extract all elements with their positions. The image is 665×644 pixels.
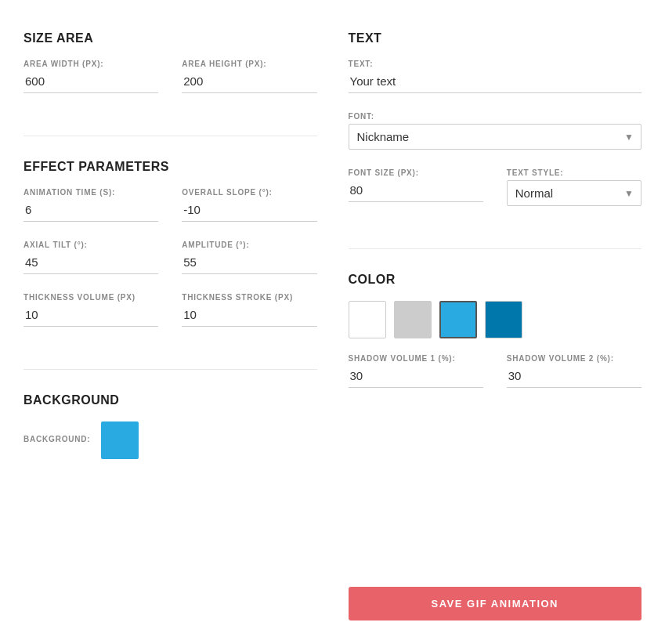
font-label: FONT: <box>349 112 642 121</box>
area-height-input[interactable] <box>182 71 316 93</box>
font-select[interactable]: NicknameArialVerdanaGeorgiaTimes New Rom… <box>349 124 642 150</box>
color-swatch-2[interactable] <box>439 301 477 338</box>
text-title: TEXT <box>349 31 642 45</box>
shadow-volume1-label: SHADOW VOLUME 1 (%): <box>349 354 483 363</box>
background-title: BACKGROUND <box>23 393 317 407</box>
shadow-volume1-input[interactable] <box>349 366 483 388</box>
area-width-label: AREA WIDTH (PX): <box>23 60 158 68</box>
animation-time-input[interactable] <box>23 200 158 222</box>
font-size-label: FONT SIZE (PX): <box>349 168 483 177</box>
axial-tilt-input[interactable] <box>23 252 158 274</box>
overall-slope-input[interactable] <box>182 200 316 222</box>
thickness-volume-input[interactable] <box>23 305 158 327</box>
size-area-title: SIZE AREA <box>23 31 317 45</box>
area-width-input[interactable] <box>23 71 158 93</box>
area-height-label: AREA HEIGHT (PX): <box>182 60 316 68</box>
background-label: BACKGROUND: <box>23 435 90 443</box>
color-swatch-3[interactable] <box>485 301 522 338</box>
effect-parameters-title: EFFECT PARAMETERS <box>23 160 317 174</box>
color-swatch-0[interactable] <box>349 301 386 338</box>
animation-time-label: ANIMATION TIME (S): <box>23 188 158 197</box>
shadow-volume2-input[interactable] <box>507 366 642 388</box>
color-title: COLOR <box>349 273 642 287</box>
thickness-stroke-label: THICKNESS STROKE (PX) <box>182 293 316 302</box>
save-gif-button[interactable]: SAVE GIF ANIMATION <box>349 587 642 620</box>
text-label: TEXT: <box>349 60 642 68</box>
color-swatch-1[interactable] <box>394 301 432 338</box>
thickness-stroke-input[interactable] <box>182 305 316 327</box>
background-color-swatch[interactable] <box>101 421 139 459</box>
text-style-label: TEXT STYLE: <box>507 168 642 177</box>
thickness-volume-label: THICKNESS VOLUME (PX) <box>23 293 158 302</box>
axial-tilt-label: AXIAL TILT (°): <box>23 241 158 249</box>
font-size-input[interactable] <box>349 180 483 202</box>
text-style-select[interactable]: NormalBoldItalicBold Italic <box>507 180 642 206</box>
color-swatches-container <box>349 301 642 338</box>
shadow-volume2-label: SHADOW VOLUME 2 (%): <box>507 354 642 363</box>
overall-slope-label: OVERALL SLOPE (°): <box>182 188 316 197</box>
amplitude-label: AMPLITUDE (°): <box>182 241 316 249</box>
amplitude-input[interactable] <box>182 252 316 274</box>
text-input[interactable] <box>349 71 642 93</box>
